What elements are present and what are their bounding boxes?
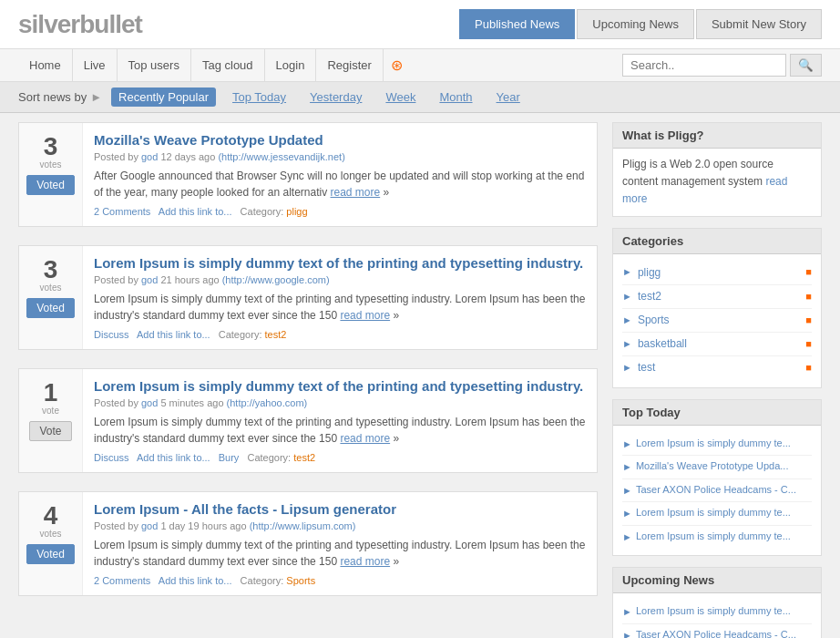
upcoming-news-item: ►Lorem Ipsum is simply dummy te...: [622, 601, 812, 624]
header-tab-upcoming[interactable]: Upcoming News: [577, 9, 694, 39]
news-title[interactable]: Lorem Ipsum is simply dummy text of the …: [94, 378, 586, 394]
vote-button[interactable]: Voted: [26, 298, 75, 318]
news-title[interactable]: Lorem Ipsum - All the facts - Lipsum gen…: [94, 501, 586, 517]
vote-box: 3votesVoted: [19, 246, 83, 349]
vote-count: 4: [44, 503, 58, 529]
sort-option-recently-popular[interactable]: Recently Popular: [111, 87, 216, 107]
news-excerpt: Lorem Ipsum is simply dummy text of the …: [94, 414, 586, 447]
upcoming-item-link[interactable]: Taser AXON Police Headcams - C...: [636, 627, 796, 638]
upcoming-item-link[interactable]: Lorem Ipsum is simply dummy te...: [636, 603, 791, 620]
nav-link-top-users[interactable]: Top users: [118, 49, 191, 81]
category-item-link[interactable]: basketball: [638, 335, 687, 353]
news-title[interactable]: Mozilla's Weave Prototype Updated: [94, 132, 586, 148]
news-item: 4votesVotedLorem Ipsum - All the facts -…: [18, 491, 598, 596]
action-link[interactable]: Add this link to...: [159, 575, 232, 586]
cat-rss-icon[interactable]: ■: [805, 336, 812, 353]
read-more-link[interactable]: read more: [340, 432, 390, 445]
nav-link-live[interactable]: Live: [73, 49, 118, 81]
search-button[interactable]: 🔍: [790, 54, 822, 77]
news-item: 3votesVotedLorem Ipsum is simply dummy t…: [18, 245, 598, 350]
nav-link-register[interactable]: Register: [316, 49, 383, 81]
action-link[interactable]: 2 Comments: [94, 575, 150, 586]
category-item-link[interactable]: Sports: [638, 312, 670, 329]
sort-option-year[interactable]: Year: [489, 87, 528, 107]
meta-url-link[interactable]: (http://www.jessevandijk.net): [218, 151, 344, 162]
vote-box: 3votesVoted: [19, 123, 83, 226]
cat-rss-icon[interactable]: ■: [805, 313, 812, 329]
cat-arrow-icon: ►: [622, 313, 632, 329]
news-item: 3votesVotedMozilla's Weave Prototype Upd…: [18, 122, 598, 227]
category-item-link[interactable]: test2: [638, 288, 661, 305]
top-today-item-link[interactable]: Mozilla's Weave Prototype Upda...: [636, 458, 789, 475]
category-item-link[interactable]: test: [638, 359, 655, 376]
categories-title: Categories: [613, 229, 821, 254]
item-arrow-icon: ►: [622, 459, 632, 476]
meta-user-link[interactable]: god: [141, 151, 158, 162]
cat-rss-icon[interactable]: ■: [805, 264, 812, 281]
news-title[interactable]: Lorem Ipsum is simply dummy text of the …: [94, 255, 586, 271]
vote-button[interactable]: Vote: [29, 421, 71, 441]
news-actions: 2 Comments Add this link to... Category:…: [94, 575, 586, 586]
news-actions: 2 Comments Add this link to... Category:…: [94, 206, 586, 217]
read-more-link[interactable]: read more: [331, 186, 381, 199]
category-link[interactable]: pligg: [286, 206, 307, 217]
header-tabs: Published NewsUpcoming NewsSubmit New St…: [459, 9, 822, 39]
nav-link-login[interactable]: Login: [265, 49, 317, 81]
action-link[interactable]: Add this link to...: [159, 206, 232, 217]
cat-rss-icon[interactable]: ■: [805, 360, 812, 376]
vote-label: vote: [42, 406, 59, 416]
category-link[interactable]: test2: [265, 329, 287, 340]
header-tab-published[interactable]: Published News: [459, 9, 575, 39]
top-today-item-link[interactable]: Lorem Ipsum is simply dummy te...: [636, 505, 791, 521]
category-link[interactable]: test2: [293, 452, 315, 463]
sort-arrow-icon: ►: [90, 90, 102, 104]
nav-link-tag-cloud[interactable]: Tag cloud: [191, 49, 265, 81]
news-meta: Posted by god 5 minutes ago (http://yaho…: [94, 397, 586, 408]
action-link[interactable]: Add this link to...: [137, 452, 210, 463]
vote-label: votes: [40, 160, 62, 170]
header-tab-submit[interactable]: Submit New Story: [696, 9, 822, 39]
top-today-item-link[interactable]: Lorem Ipsum is simply dummy te...: [636, 436, 791, 452]
category-link[interactable]: Sports: [286, 575, 315, 586]
meta-user-link[interactable]: god: [141, 397, 158, 408]
top-today-item-link[interactable]: Lorem Ipsum is simply dummy te...: [636, 529, 791, 545]
action-link[interactable]: Bury: [219, 452, 240, 463]
vote-count: 1: [44, 380, 58, 406]
nav-link-home[interactable]: Home: [18, 49, 73, 81]
category-item: ►Sports■: [622, 309, 812, 333]
search-input[interactable]: [622, 54, 786, 77]
top-today-item: ►Lorem Ipsum is simply dummy te...: [622, 433, 812, 457]
cat-rss-icon[interactable]: ■: [805, 289, 812, 305]
meta-user-link[interactable]: god: [141, 274, 158, 285]
action-link[interactable]: Add this link to...: [137, 329, 210, 340]
news-body: Lorem Ipsum is simply dummy text of the …: [83, 246, 597, 349]
meta-url-link[interactable]: (http://www.lipsum.com): [250, 520, 356, 531]
upcoming-news-item: ►Taser AXON Police Headcams - C...: [622, 624, 812, 638]
sort-option-month[interactable]: Month: [432, 87, 479, 107]
upcoming-news-content: ►Lorem Ipsum is simply dummy te...►Taser…: [613, 593, 821, 638]
sort-option-top-today[interactable]: Top Today: [225, 87, 293, 107]
top-today-item-link[interactable]: Taser AXON Police Headcams - C...: [636, 482, 796, 499]
meta-user-link[interactable]: god: [141, 520, 158, 531]
read-more-link[interactable]: read more: [340, 555, 390, 568]
action-link[interactable]: Discuss: [94, 452, 129, 463]
read-more-link[interactable]: read more: [340, 309, 390, 322]
category-item: ►basketball■: [622, 333, 812, 356]
sort-option-week[interactable]: Week: [378, 87, 423, 107]
nav-links: HomeLiveTop usersTag cloudLoginRegister⊛: [18, 49, 403, 81]
vote-button[interactable]: Voted: [26, 544, 75, 564]
action-link[interactable]: 2 Comments: [94, 206, 150, 217]
top-today-item: ►Taser AXON Police Headcams - C...: [622, 479, 812, 503]
rss-icon[interactable]: ⊛: [391, 57, 403, 74]
cat-arrow-icon: ►: [622, 264, 632, 281]
meta-url-link[interactable]: (http://yahoo.com): [227, 397, 308, 408]
top-today-item: ►Lorem Ipsum is simply dummy te...: [622, 526, 812, 549]
category-label: Category:: [241, 206, 284, 217]
meta-url-link[interactable]: (http://www.google.com): [222, 274, 330, 285]
sort-option-yesterday[interactable]: Yesterday: [302, 87, 369, 107]
action-link[interactable]: Discuss: [94, 329, 129, 340]
vote-button[interactable]: Voted: [26, 175, 75, 195]
item-arrow-icon: ►: [622, 604, 632, 621]
nav: HomeLiveTop usersTag cloudLoginRegister⊛…: [0, 49, 840, 82]
category-item-link[interactable]: pligg: [638, 264, 661, 282]
